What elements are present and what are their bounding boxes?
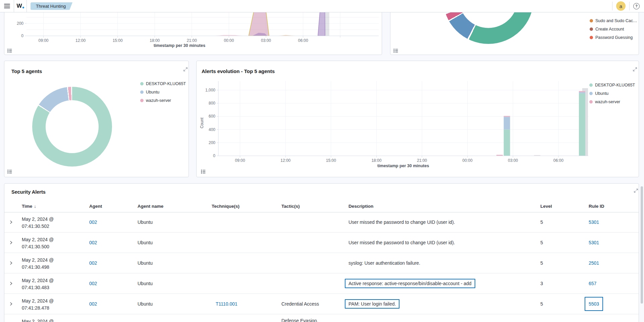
svg-text:00:00: 00:00 [224, 38, 234, 43]
expand-panel-icon[interactable] [634, 188, 638, 193]
legend-item[interactable]: DESKTOP-KLUO65T [140, 79, 186, 88]
top5-agents-legend: DESKTOP-KLUO65T Ubuntu wazuh-server [140, 79, 186, 105]
alerts-table-header: Time ↓ Agent Agent name Technique(s) Tac… [4, 202, 639, 212]
table-row: May 2, 2024 @07:41:30.483 002 Ubuntu Act… [4, 273, 639, 294]
hamburger-icon [3, 2, 11, 10]
chevron-right-icon [8, 219, 14, 225]
chart-options-list-icon[interactable] [7, 169, 12, 174]
expand-row-button[interactable] [8, 212, 14, 232]
column-header-tactic[interactable]: Tactic(s) [281, 204, 300, 209]
cell-level: 5 [540, 212, 543, 232]
panel-title: Top 5 agents [11, 68, 42, 74]
legend-item[interactable]: wazuh-server [140, 96, 186, 105]
cell-description: User missed the password to change UID (… [348, 212, 455, 232]
cell-technique: T1078 [216, 314, 229, 322]
svg-text:06:00: 06:00 [553, 158, 564, 163]
cell-rule-id: 5301 [589, 233, 599, 253]
chart-options-list-icon[interactable] [7, 48, 12, 53]
chart-options-list-icon[interactable] [393, 48, 398, 53]
evolution-legend: DESKTOP-KLUO65T Ubuntu wazuh-server [589, 81, 635, 106]
breadcrumb-threat-hunting[interactable]: Threat Hunting [31, 2, 72, 10]
menu-button[interactable] [0, 0, 14, 12]
cell-time: May 2, 2024 @07:41:30.498 [22, 253, 86, 274]
svg-text:09:00: 09:00 [38, 38, 48, 43]
cell-tactic: Credential Access [281, 294, 319, 314]
expand-panel-icon[interactable] [183, 67, 188, 72]
cell-level: 5 [540, 294, 543, 314]
chevron-right-icon [8, 240, 14, 245]
cell-agent-name: Ubuntu [138, 253, 153, 273]
expand-row-button[interactable] [8, 233, 14, 253]
expand-row-button[interactable] [8, 273, 14, 294]
expand-row-button[interactable] [8, 253, 14, 273]
rule-id-link[interactable]: 657 [589, 281, 596, 286]
alerts-table-body: May 2, 2024 @07:41:30.502 002 Ubuntu Use… [4, 212, 639, 322]
cell-rule-id: 5301 [589, 212, 599, 232]
chart-options-list-icon[interactable] [201, 169, 206, 174]
column-header-time[interactable]: Time ↓ [22, 204, 36, 209]
agent-id-link[interactable]: 002 [89, 301, 97, 307]
legend-dot [140, 90, 144, 94]
top5-agents-donut-chart[interactable] [32, 87, 112, 167]
cell-level: 5 [540, 233, 543, 253]
evolution-bar-chart[interactable]: 09:0012:0015:0018:0021:0000:0003:0006:00… [197, 61, 639, 177]
svg-text:03:00: 03:00 [261, 38, 271, 43]
cell-agent-name: Ubuntu [138, 233, 153, 253]
cell-agent: 002 [89, 233, 97, 253]
legend-item[interactable]: wazuh-server [589, 98, 635, 106]
rule-id-link[interactable]: 5503 [585, 297, 603, 311]
rule-id-link[interactable]: 5301 [589, 219, 599, 225]
svg-text:0: 0 [21, 34, 23, 38]
column-header-agent-name[interactable]: Agent name [138, 204, 163, 209]
legend-dot [140, 99, 144, 102]
column-header-level[interactable]: Level [540, 204, 552, 209]
legend-item[interactable]: Ubuntu [589, 89, 635, 98]
cell-technique: T1110.001 [216, 294, 237, 314]
table-row: May 2, 2024 @07:41:28.478 002 Ubuntu T11… [4, 294, 639, 314]
technique-donut-legend: Sudo and Sudo Cac… Create Account Passwo… [590, 16, 637, 42]
agent-id-link[interactable]: 002 [89, 219, 97, 225]
cell-agent-name: Ubuntu [138, 212, 153, 232]
legend-item[interactable]: Password Guessing [590, 33, 637, 42]
legend-label: Password Guessing [595, 35, 633, 40]
chevron-right-icon [8, 281, 14, 286]
logo-letter: W [16, 3, 22, 9]
legend-item[interactable]: Create Account [590, 25, 637, 33]
column-header-rule-id[interactable]: Rule ID [589, 204, 604, 209]
help-icon[interactable]: ? [633, 3, 640, 9]
legend-dot [589, 83, 593, 87]
expand-row-button[interactable] [8, 294, 14, 314]
panel-title: Security Alerts [11, 189, 46, 195]
column-header-description[interactable]: Description [348, 204, 373, 209]
legend-dot [590, 36, 593, 39]
agent-id-link[interactable]: 002 [89, 240, 97, 245]
technique-link[interactable]: T1110.001 [216, 301, 237, 307]
rule-id-link[interactable]: 2501 [589, 260, 599, 266]
legend-item[interactable]: Sudo and Sudo Cac… [590, 16, 637, 25]
column-header-agent[interactable]: Agent [89, 204, 102, 209]
agent-id-link[interactable]: 002 [89, 281, 97, 286]
wazuh-logo[interactable]: W [14, 0, 27, 12]
legend-label: wazuh-server [146, 98, 171, 103]
evolution-x-axis-label: timestamp per 30 minutes [303, 164, 504, 168]
rule-id-link[interactable]: 5301 [589, 240, 599, 245]
legend-item[interactable]: Ubuntu [140, 88, 186, 96]
cell-level: 3 [540, 273, 543, 294]
sort-desc-icon: ↓ [34, 204, 36, 209]
legend-item[interactable]: DESKTOP-KLUO65T [589, 81, 635, 89]
table-row: May 2, 2024 @07:41:30.498 002 Ubuntu sys… [4, 253, 639, 273]
svg-text:600: 600 [209, 114, 215, 119]
agent-id-link[interactable]: 002 [89, 260, 97, 266]
cell-description: syslog: User authentication failure. [348, 253, 420, 273]
cell-time: May 2, 2024 @ [22, 314, 86, 322]
column-header-technique[interactable]: Technique(s) [212, 204, 239, 209]
scrollbar[interactable] [641, 186, 643, 304]
expand-row-button[interactable] [8, 314, 14, 322]
legend-label: Ubuntu [595, 91, 608, 96]
user-avatar[interactable]: a [616, 1, 626, 11]
svg-text:15:00: 15:00 [326, 158, 336, 163]
svg-text:18:00: 18:00 [150, 38, 160, 43]
cell-agent: 002 [89, 212, 97, 232]
svg-text:12:00: 12:00 [280, 158, 290, 163]
expand-panel-icon[interactable] [633, 67, 637, 72]
